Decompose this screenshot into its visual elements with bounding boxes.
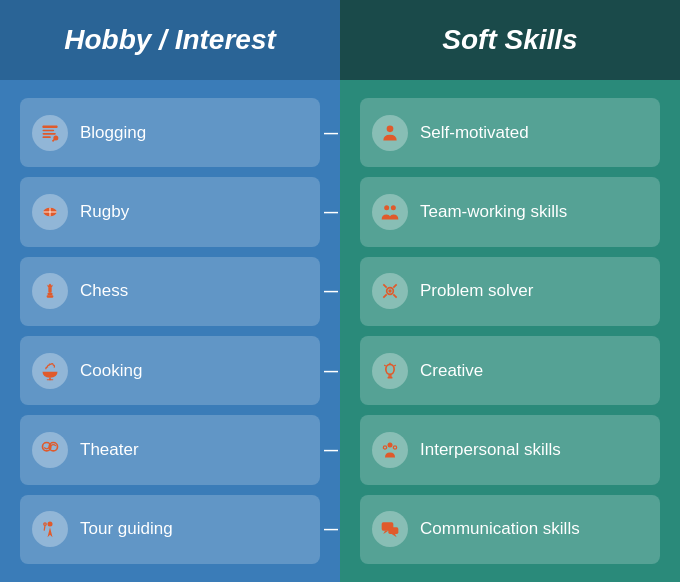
svg-point-17 (48, 522, 53, 527)
skill-label-communication: Communication skills (420, 519, 580, 539)
svg-rect-2 (43, 133, 56, 135)
skill-label-self-motivated: Self-motivated (420, 123, 529, 143)
svg-rect-26 (388, 376, 393, 378)
svg-rect-0 (43, 125, 58, 128)
skill-label-interpersonal: Interpersonal skills (420, 440, 561, 460)
skill-item-interpersonal: Interpersonal skills (360, 415, 660, 484)
hobby-label-tour-guiding: Tour guiding (80, 519, 173, 539)
svg-point-18 (44, 523, 47, 526)
svg-line-28 (384, 365, 386, 366)
theater-icon (32, 432, 68, 468)
hobby-item-blogging: Blogging (20, 98, 320, 167)
svg-line-29 (394, 365, 396, 366)
interpersonal-icon (372, 432, 408, 468)
problem-solver-icon (372, 273, 408, 309)
svg-rect-11 (48, 288, 51, 293)
header-right: Soft Skills (340, 0, 680, 80)
team-working-icon (372, 194, 408, 230)
svg-rect-10 (48, 293, 53, 296)
content-area: Blogging Rugby Chess Cooking Theater Tou… (0, 80, 680, 582)
svg-point-19 (387, 125, 394, 132)
blogging-icon (32, 115, 68, 151)
hobby-label-rugby: Rugby (80, 202, 129, 222)
hobby-label-theater: Theater (80, 440, 139, 460)
hobby-item-rugby: Rugby (20, 177, 320, 246)
svg-point-23 (388, 290, 391, 293)
hobby-item-tour-guiding: Tour guiding (20, 495, 320, 564)
hobby-item-cooking: Cooking (20, 336, 320, 405)
svg-point-31 (383, 446, 386, 449)
svg-point-32 (393, 446, 396, 449)
hobby-item-theater: Theater (20, 415, 320, 484)
svg-point-21 (391, 205, 396, 210)
hobby-label-cooking: Cooking (80, 361, 142, 381)
skill-label-creative: Creative (420, 361, 483, 381)
skills-column: Self-motivated Team-working skills Probl… (340, 80, 680, 582)
skill-item-creative: Creative (360, 336, 660, 405)
svg-rect-3 (43, 136, 51, 138)
soft-skills-title: Soft Skills (442, 24, 577, 56)
header-left: Hobby / Interest (0, 0, 340, 80)
hobby-interest-title: Hobby / Interest (64, 24, 276, 56)
rugby-icon (32, 194, 68, 230)
svg-rect-1 (43, 129, 55, 131)
skill-item-problem-solver: Problem solver (360, 257, 660, 326)
skill-label-team-working: Team-working skills (420, 202, 567, 222)
cooking-icon (32, 353, 68, 389)
creative-icon (372, 353, 408, 389)
tour-guiding-icon (32, 511, 68, 547)
svg-point-24 (386, 364, 394, 374)
hobby-item-chess: Chess (20, 257, 320, 326)
svg-rect-9 (47, 295, 54, 298)
svg-rect-34 (388, 528, 398, 535)
self-motivated-icon (372, 115, 408, 151)
svg-point-20 (384, 205, 389, 210)
hobby-label-blogging: Blogging (80, 123, 146, 143)
skill-item-team-working: Team-working skills (360, 177, 660, 246)
skill-item-self-motivated: Self-motivated (360, 98, 660, 167)
svg-rect-25 (388, 375, 391, 377)
svg-line-5 (53, 139, 55, 141)
skill-label-problem-solver: Problem solver (420, 281, 533, 301)
skill-item-communication: Communication skills (360, 495, 660, 564)
communication-icon (372, 511, 408, 547)
svg-rect-14 (47, 379, 54, 380)
chess-icon (32, 273, 68, 309)
svg-point-30 (388, 442, 393, 447)
hobby-label-chess: Chess (80, 281, 128, 301)
hobbies-column: Blogging Rugby Chess Cooking Theater Tou… (0, 80, 340, 582)
